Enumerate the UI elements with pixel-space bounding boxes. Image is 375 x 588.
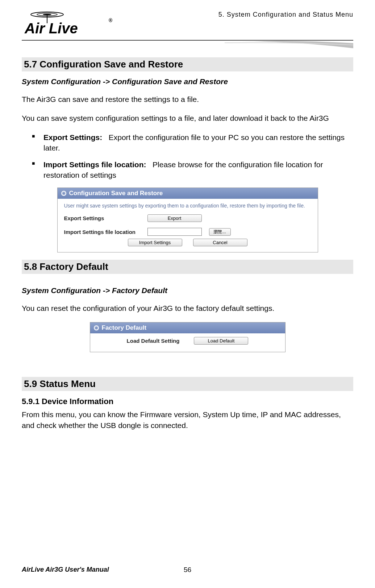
load-default-label: Load Default Setting <box>127 338 180 344</box>
airlive-logo-icon: Air Live <box>22 11 116 40</box>
header-divider-icon <box>22 38 353 49</box>
svg-text:Air Live: Air Live <box>24 20 78 36</box>
registered-mark: ® <box>109 17 112 23</box>
config-save-restore-panel: Configuration Save and Restore User migh… <box>57 188 318 252</box>
section-heading-5-7: 5.7 Configuration Save and Restore <box>22 57 353 71</box>
page-number: 56 <box>184 566 191 574</box>
manual-title: AirLive Air3G User's Manual <box>22 566 109 573</box>
section-heading-5-8: 5.8 Factory Default <box>22 260 353 274</box>
bullet-circle-icon <box>61 191 66 196</box>
panel-title: Configuration Save and Restore <box>69 190 163 197</box>
list-item: Import Settings file location: Please br… <box>32 159 353 181</box>
import-row: Import Settings file location 瀏覽... <box>64 228 311 236</box>
chapter-title: 5. System Configuration and Status Menu <box>218 11 353 18</box>
section-heading-5-9: 5.9 Status Menu <box>22 377 353 391</box>
list-item: Export Settings: Export the configuratio… <box>32 132 353 153</box>
import-settings-button[interactable]: Import Settings <box>128 239 182 246</box>
breadcrumb: System Configuration -> Factory Default <box>22 286 353 295</box>
list-item-label: Import Settings file location: <box>43 160 146 169</box>
breadcrumb: System Configuration -> Configuration Sa… <box>22 77 353 86</box>
export-settings-label: Export Settings <box>64 215 140 221</box>
list-item-label: Export Settings: <box>43 133 102 141</box>
browse-button[interactable]: 瀏覽... <box>209 228 231 236</box>
bullet-circle-icon <box>94 325 99 330</box>
paragraph: The Air3G can save and restore the setti… <box>22 94 353 105</box>
feature-list: Export Settings: Export the configuratio… <box>22 132 353 181</box>
load-default-button[interactable]: Load Default <box>194 337 248 345</box>
brand-logo: Air Live <box>22 11 116 40</box>
paragraph: From this menu, you can know the Firmwar… <box>22 409 353 431</box>
factory-default-panel: Factory Default Load Default Setting Loa… <box>90 322 286 352</box>
panel-description: User might save system settings by expor… <box>64 202 311 209</box>
paragraph: You can reset the configuration of your … <box>22 303 353 314</box>
export-button[interactable]: Export <box>147 214 202 222</box>
subsection-heading-5-9-1: 5.9.1 Device Information <box>22 397 353 406</box>
import-file-input[interactable] <box>147 228 202 236</box>
cancel-button[interactable]: Cancel <box>193 239 247 246</box>
page-footer: AirLive Air3G User's Manual 56 <box>22 566 353 573</box>
paragraph: You can save system configuration settin… <box>22 113 353 124</box>
panel-header: Configuration Save and Restore <box>58 188 318 199</box>
import-file-label: Import Settings file location <box>64 229 140 235</box>
panel-header: Factory Default <box>90 322 285 333</box>
panel-title: Factory Default <box>102 324 147 332</box>
page-header: 5. System Configuration and Status Menu … <box>22 11 353 51</box>
export-row: Export Settings Export <box>64 214 311 222</box>
